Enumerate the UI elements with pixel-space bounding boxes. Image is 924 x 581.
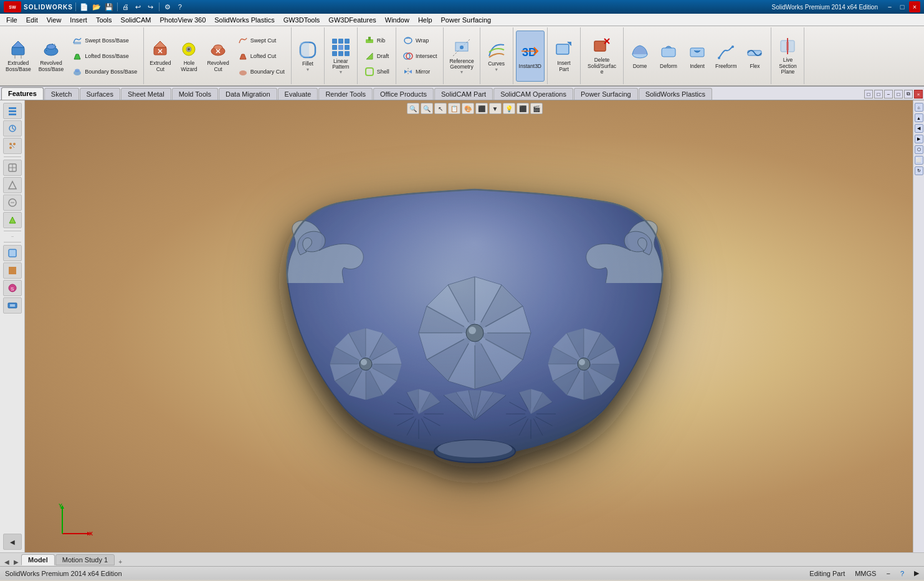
menu-photoview[interactable]: PhotoView 360 xyxy=(156,15,209,25)
tab-sketch[interactable]: Sketch xyxy=(44,88,79,100)
view-btn-home[interactable]: ⌂ xyxy=(915,103,923,112)
view-btn-zoom-fit[interactable]: ⬜ xyxy=(915,156,923,165)
menu-tools[interactable]: Tools xyxy=(92,15,116,25)
tab-sw-plastics[interactable]: SolidWorks Plastics xyxy=(639,88,712,100)
sidebar-btn-8[interactable] xyxy=(3,245,22,261)
vp-zoom-in[interactable]: 🔍 xyxy=(407,103,419,114)
wrap-button[interactable]: Wrap xyxy=(399,33,441,48)
menu-solidcam[interactable]: SolidCAM xyxy=(117,15,155,25)
mv-btn-restore[interactable]: ⧉ xyxy=(904,90,913,98)
mirror-button[interactable]: Mirror xyxy=(399,64,441,79)
lofted-cut-button[interactable]: Lofted Cut xyxy=(234,49,288,64)
revolved-cut-button[interactable]: RevolvedCut xyxy=(204,31,232,82)
tab-evaluate[interactable]: Evaluate xyxy=(278,88,318,100)
reference-geometry-button[interactable]: ReferenceGeometry ▼ xyxy=(446,31,477,82)
tab-data-migration[interactable]: Data Migration xyxy=(219,88,277,100)
hole-wizard-button[interactable]: HoleWizard xyxy=(175,31,202,82)
sidebar-btn-1[interactable] xyxy=(3,103,22,119)
insert-part-button[interactable]: InsertPart xyxy=(550,31,578,82)
minimize-button[interactable]: − xyxy=(884,1,895,12)
vp-display-style[interactable]: 🎨 xyxy=(462,103,474,114)
view-btn-rotate[interactable]: ↻ xyxy=(915,166,923,175)
redo-icon[interactable]: ↪ xyxy=(145,1,156,12)
menu-file[interactable]: File xyxy=(2,15,21,25)
vp-select[interactable]: ↖ xyxy=(434,103,447,114)
rib-button[interactable]: Rib xyxy=(360,33,393,48)
settings-icon[interactable]: ⚙ xyxy=(162,1,173,12)
tab-scroll-right[interactable]: ▶ xyxy=(12,559,21,565)
mv-btn-minimize[interactable]: − xyxy=(884,90,893,98)
vp-lighting[interactable]: 💡 xyxy=(503,103,515,114)
deform-button[interactable]: Deform xyxy=(655,31,682,82)
menu-help[interactable]: Help xyxy=(414,15,436,25)
tab-power-surfacing[interactable]: Power Surfacing xyxy=(574,88,638,100)
vp-camera[interactable]: 🎬 xyxy=(530,103,543,114)
tab-solidcam-operations[interactable]: SolidCAM Operations xyxy=(493,88,573,100)
mv-btn-maximize[interactable]: □ xyxy=(894,90,903,98)
sidebar-btn-5[interactable] xyxy=(3,177,22,193)
boundary-boss-button[interactable]: Boundary Boss/Base xyxy=(68,64,141,79)
delete-solid-button[interactable]: DeleteSolid/Surface xyxy=(583,31,621,82)
new-file-icon[interactable]: 📄 xyxy=(79,1,90,12)
viewport[interactable]: 🔍 🔍 ↖ 📋 🎨 ⬛ ▼ 💡 ⬛ 🎬 xyxy=(25,100,924,552)
view-btn-right[interactable]: ▶ xyxy=(915,135,923,143)
menu-window[interactable]: Window xyxy=(381,15,413,25)
indent-button[interactable]: Indent xyxy=(683,31,711,82)
menu-insert[interactable]: Insert xyxy=(66,15,91,25)
menu-edit[interactable]: Edit xyxy=(22,15,42,25)
shell-button[interactable]: Shell xyxy=(360,64,393,79)
view-btn-iso[interactable]: ⬡ xyxy=(915,145,923,154)
print-icon[interactable]: 🖨 xyxy=(120,1,131,12)
view-btn-top[interactable]: ▲ xyxy=(915,113,923,122)
tab-mold-tools[interactable]: Mold Tools xyxy=(172,88,218,100)
mv-btn-2[interactable]: □ xyxy=(874,90,883,98)
sidebar-btn-7[interactable] xyxy=(3,212,22,228)
vp-copy[interactable]: 📋 xyxy=(448,103,460,114)
close-button[interactable]: × xyxy=(909,1,920,12)
menu-sw-plastics[interactable]: SolidWorks Plastics xyxy=(211,15,278,25)
swept-boss-button[interactable]: Swept Boss/Base xyxy=(68,33,141,48)
view-btn-front[interactable]: ◀ xyxy=(915,124,923,133)
vp-zoom-out[interactable]: 🔍 xyxy=(421,103,433,114)
extruded-boss-button[interactable]: ExtrudedBoss/Base xyxy=(2,31,34,82)
sidebar-btn-6[interactable] xyxy=(3,194,22,211)
maximize-button[interactable]: □ xyxy=(897,1,908,12)
menu-gw3dtools[interactable]: GW3DTools xyxy=(280,15,324,25)
tab-scroll-left[interactable]: ◀ xyxy=(2,559,11,565)
tab-office-products[interactable]: Office Products xyxy=(373,88,434,100)
tab-add[interactable]: + xyxy=(117,559,124,565)
sidebar-collapse-btn[interactable]: ◀ xyxy=(3,534,22,550)
lofted-boss-button[interactable]: Lofted Boss/Base xyxy=(68,49,141,64)
tab-solidcam-part[interactable]: SolidCAM Part xyxy=(434,88,493,100)
mv-btn-close[interactable]: × xyxy=(914,90,923,98)
tab-render-tools[interactable]: Render Tools xyxy=(318,88,373,100)
tab-model[interactable]: Model xyxy=(21,554,55,565)
freeform-button[interactable]: Freeform xyxy=(712,31,740,82)
sidebar-btn-9[interactable] xyxy=(3,262,22,279)
sidebar-btn-2[interactable] xyxy=(3,120,22,137)
menu-gw3dfeatures[interactable]: GW3DFeatures xyxy=(325,15,379,25)
save-icon[interactable]: 💾 xyxy=(103,1,115,12)
sidebar-btn-4[interactable] xyxy=(3,160,22,176)
tab-features[interactable]: Features xyxy=(1,87,44,100)
menu-power-surfacing[interactable]: Power Surfacing xyxy=(437,15,495,25)
vp-view-orient[interactable]: ⬛ xyxy=(475,103,488,114)
boundary-cut-button[interactable]: Boundary Cut xyxy=(234,64,288,79)
flex-button[interactable]: Flex xyxy=(741,31,768,82)
statusbar-help-link[interactable]: ? xyxy=(900,570,904,577)
curves-button[interactable]: Curves ▼ xyxy=(483,31,510,82)
swept-cut-button[interactable]: Swept Cut xyxy=(234,33,288,48)
statusbar-scroll-right[interactable]: ▶ xyxy=(914,569,919,577)
mv-btn-1[interactable]: □ xyxy=(864,90,873,98)
open-file-icon[interactable]: 📂 xyxy=(91,1,102,12)
extruded-cut-button[interactable]: ExtrudedCut xyxy=(146,31,174,82)
intersect-button[interactable]: Intersect xyxy=(399,49,441,64)
instant3d-button[interactable]: 3D Instant3D xyxy=(516,31,545,82)
live-section-plane-button[interactable]: LiveSectionPlane xyxy=(774,31,801,82)
sidebar-btn-11[interactable] xyxy=(3,297,22,314)
undo-icon[interactable]: ↩ xyxy=(133,1,144,12)
linear-pattern-button[interactable]: LinearPattern ▼ xyxy=(327,31,355,82)
dome-button[interactable]: Dome xyxy=(626,31,654,82)
vp-hide-show[interactable]: ▼ xyxy=(489,103,502,114)
draft-button[interactable]: Draft xyxy=(360,49,393,64)
